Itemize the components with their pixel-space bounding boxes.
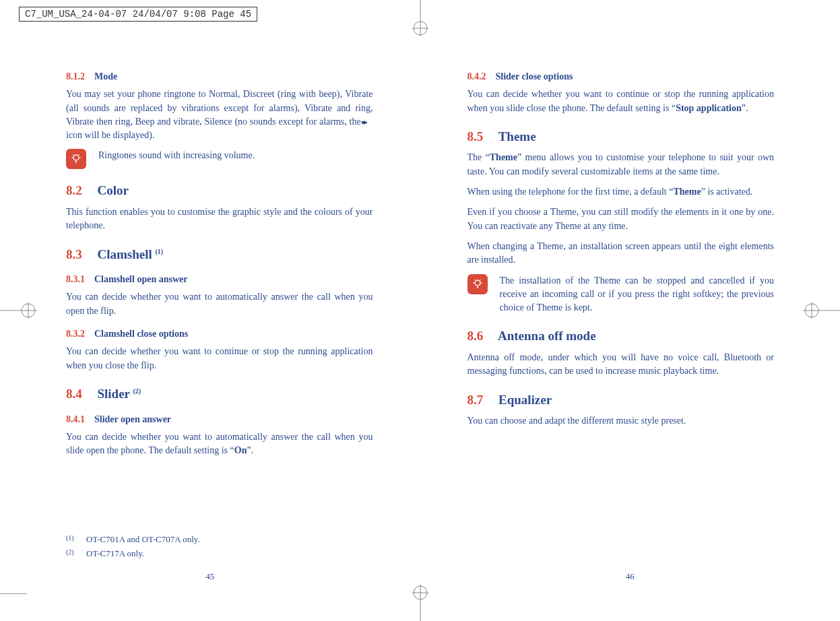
lightbulb-icon: [66, 149, 86, 169]
paragraph: You can decide whether you want to autom…: [66, 290, 373, 318]
tip-text: Ringtones sound with increasing volume.: [98, 149, 373, 162]
heading-8-2: 8.2 Color: [66, 181, 373, 200]
heading-8-6: 8.6 Antenna off mode: [467, 327, 775, 346]
heading-8-4: 8.4 Slider (2): [66, 385, 373, 403]
paragraph: You can decide whether you want to conti…: [66, 345, 373, 372]
section-number: 8.1.2: [66, 71, 85, 81]
page-number: 46: [626, 570, 635, 583]
paragraph: The “Theme” menu allows you to customise…: [467, 151, 775, 178]
heading-8-4-1: 8.4.1 Slider open answer: [66, 413, 373, 426]
page-number: 45: [205, 570, 214, 583]
paragraph: Even if you choose a Theme, you can stil…: [467, 205, 775, 233]
svg-line-21: [79, 154, 80, 156]
heading-8-3-2: 8.3.2 Clamshell close options: [66, 327, 373, 341]
paragraph: When using the telephone for the first t…: [467, 185, 775, 199]
svg-line-27: [480, 280, 481, 281]
paragraph: You can choose and adapt the different m…: [467, 414, 775, 428]
paragraph: This function enables you to customise t…: [66, 205, 373, 233]
svg-point-16: [73, 155, 79, 160]
print-header: C7_UM_USA_24-04-07 24/04/07 9:08 Page 45: [19, 7, 257, 22]
heading-8-4-2: 8.4.2 Slider close options: [467, 70, 775, 84]
crop-mark-bottom-icon: [410, 583, 430, 621]
tip-block: The installation of the Theme can be sto…: [467, 274, 775, 315]
svg-line-26: [474, 280, 476, 281]
footnotes: (1)OT-C701A and OT-C707A only. (2)OT-C71…: [66, 532, 200, 562]
heading-8-7: 8.7 Equalizer: [467, 391, 775, 410]
page-left: 8.1.2 Mode You may set your phone ringto…: [0, 54, 420, 587]
section-title: Mode: [94, 71, 117, 81]
heading-8-3-1: 8.3.1 Clamshell open answer: [66, 273, 373, 286]
paragraph: You can decide whether you want to conti…: [467, 88, 775, 115]
svg-line-20: [73, 154, 74, 156]
paragraph: You may set your phone ringtone to Norma…: [66, 88, 373, 142]
paragraph: You can decide whether you want to autom…: [66, 430, 373, 458]
crop-mark-top-icon: [410, 0, 430, 38]
svg-point-22: [475, 280, 480, 286]
page-right: 8.4.2 Slider close options You can decid…: [420, 54, 841, 587]
paragraph: When changing a Theme, an installation s…: [467, 240, 775, 267]
crop-line-icon: [0, 593, 27, 594]
heading-8-3: 8.3 Clamshell (1): [66, 245, 373, 264]
heading-8-1-2: 8.1.2 Mode: [66, 70, 373, 84]
paragraph: Antenna off mode, under which you will h…: [467, 351, 775, 379]
tip-block: Ringtones sound with increasing volume.: [66, 149, 373, 169]
speaker-icon: [364, 119, 373, 127]
lightbulb-icon: [467, 274, 488, 294]
tip-text: The installation of the Theme can be sto…: [500, 274, 775, 315]
heading-8-5: 8.5 Theme: [467, 127, 775, 146]
